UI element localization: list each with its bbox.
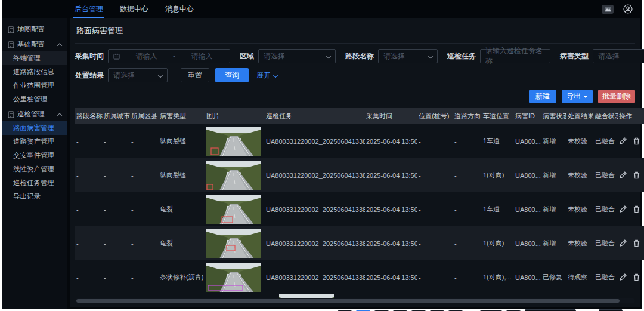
app-window: 后台管理 数据中心 消息中心 地图配置基础配置终端管理道路路段信息作业范围管理公… [2, 0, 642, 309]
tab-admin[interactable]: 后台管理 [66, 0, 112, 18]
road-photo-thumbnail[interactable] [206, 161, 261, 190]
cell-operations [618, 192, 644, 226]
cell-lane: 1(对向) [482, 226, 514, 260]
cell-lane: 1(对向) [482, 158, 514, 192]
reset-button[interactable]: 重置 [181, 68, 209, 82]
cell-direction: - [453, 226, 482, 260]
inspection-task-input[interactable]: 请输入巡检任务名称 [480, 49, 550, 63]
edit-icon[interactable] [619, 171, 627, 179]
collect-time-range-input[interactable]: 请输入 - 请输入 [108, 49, 230, 63]
sidebar-item-label: 线性资产管理 [13, 165, 54, 174]
user-avatar-icon[interactable] [622, 4, 634, 14]
cell-status: 新增 [541, 158, 566, 192]
scrollbar-thumb[interactable] [76, 299, 620, 303]
sidebar-item-base-config[interactable]: 基础配置 [2, 38, 67, 51]
road-photo-thumbnail[interactable] [279, 294, 334, 298]
filter-road-name: 路段名称 请选择 [345, 49, 438, 63]
cell-road-name: - [75, 124, 103, 158]
base-config-icon [8, 41, 14, 48]
cell-image [205, 158, 265, 192]
start-date-placeholder: 请输入 [123, 51, 169, 61]
delete-icon[interactable] [633, 205, 640, 213]
cell-county: - [130, 226, 159, 260]
cell-image [205, 260, 265, 294]
cell-county: - [130, 192, 159, 226]
cell-county: - [130, 260, 159, 294]
cell-road-name: - [75, 192, 103, 226]
tab-data-center[interactable]: 数据中心 [112, 0, 157, 18]
region-select[interactable]: 请选择 [258, 49, 336, 63]
sidebar-item-traffic-safety-event-mgmt[interactable]: 交安事件管理 [2, 149, 67, 162]
road-photo-thumbnail[interactable] [206, 127, 261, 156]
cell-stake: - [417, 226, 453, 260]
sidebar-item-linear-asset-mgmt[interactable]: 线性资产管理 [2, 162, 67, 176]
cell-city: - [103, 158, 130, 192]
cell-fusion: 已融合 [594, 226, 618, 260]
cell-city: - [103, 192, 130, 226]
sidebar-item-label: 巡检管理 [17, 110, 45, 119]
cell-image [205, 192, 265, 226]
cell-status: 新增 [541, 192, 566, 226]
create-button[interactable]: 新建 [529, 90, 556, 103]
cell-lane: 1(对向),... [482, 260, 514, 294]
cell-operations [618, 124, 644, 158]
sidebar-item-road-disease-mgmt[interactable]: 路面病害管理 [2, 121, 67, 135]
top-tabs: 后台管理 数据中心 消息中心 [66, 0, 202, 18]
chevron-up-icon [57, 113, 62, 118]
table-horizontal-scrollbar[interactable] [75, 298, 635, 303]
screenshot-image-icon[interactable] [602, 5, 614, 14]
road-name-select[interactable]: 请选择 [378, 49, 438, 63]
cell-disease-id: UA800... [514, 260, 541, 294]
chevron-down-icon [273, 73, 278, 78]
column-header-6: 采集时间 [365, 108, 417, 124]
tab-message-center[interactable]: 消息中心 [157, 0, 202, 18]
cell-task: UA800331220002_20250604133852059 [265, 226, 365, 260]
sidebar-item-terminal-mgmt[interactable]: 终端管理 [2, 51, 67, 65]
cell-disease-type: 纵向裂缝 [159, 124, 205, 158]
batch-delete-button[interactable]: 批量删除 [598, 90, 635, 103]
sidebar-item-work-scope-mgmt[interactable]: 作业范围管理 [2, 79, 67, 93]
expand-filters-link[interactable]: 展开 [256, 70, 277, 81]
sidebar-item-map-config[interactable]: 地图配置 [2, 23, 67, 36]
delete-icon[interactable] [633, 137, 640, 145]
road-photo-thumbnail[interactable] [206, 263, 261, 292]
table-header: 路段名称所属城市所属区县病害类型图片巡检任务采集时间位置(桩号)道路方向车道位置… [75, 108, 635, 124]
cell-city: - [103, 124, 130, 158]
cell-result: 未校验 [566, 124, 594, 158]
search-button[interactable]: 查询 [215, 68, 249, 82]
filter-disease-type: 病害类型 请选择 [560, 49, 644, 63]
sidebar: 地图配置基础配置终端管理道路路段信息作业范围管理公里桩管理巡检管理路面病害管理道… [2, 18, 67, 309]
edit-icon[interactable] [619, 273, 627, 281]
body-row: 地图配置基础配置终端管理道路路段信息作业范围管理公里桩管理巡检管理路面病害管理道… [2, 18, 642, 309]
pagination-bar: 共 12706 条123456···127110条/页前往1页 [75, 303, 635, 311]
road-photo-thumbnail[interactable] [206, 229, 261, 258]
cell-stake: - [417, 158, 453, 192]
sidebar-item-road-section-info[interactable]: 道路路段信息 [2, 65, 67, 79]
edit-icon[interactable] [619, 137, 627, 145]
cell-collect-time: 2025-06-04 13:50 [365, 158, 417, 192]
inspection-task-label: 巡检任务 [447, 51, 476, 61]
sidebar-item-road-asset-mgmt[interactable]: 道路资产管理 [2, 135, 67, 149]
cell-stake: - [417, 260, 453, 294]
cell-fusion: 已融合 [594, 124, 618, 158]
export-button[interactable]: 导出 [562, 90, 593, 103]
sidebar-item-inspection-mgmt[interactable]: 巡检管理 [2, 107, 67, 121]
sidebar-item-kilometer-post-mgmt[interactable]: 公里桩管理 [2, 93, 67, 106]
disposal-result-placeholder: 请选择 [113, 70, 135, 81]
road-photo-thumbnail[interactable] [206, 195, 261, 224]
sidebar-item-export-records[interactable]: 导出记录 [2, 190, 67, 204]
cell-task: UA800331220002_20250604133852059 [265, 158, 365, 192]
column-header-10: 病害ID [514, 108, 541, 124]
cell-collect-time: 2025-06-04 13:50 [365, 124, 417, 158]
disease-type-select[interactable]: 请选择 [593, 49, 644, 63]
cell-image [205, 124, 265, 158]
delete-icon[interactable] [633, 273, 640, 281]
edit-icon[interactable] [619, 239, 627, 247]
disposal-result-select[interactable]: 请选择 [108, 68, 168, 82]
delete-icon[interactable] [633, 171, 640, 179]
sidebar-item-inspection-task-mgmt[interactable]: 巡检任务管理 [2, 176, 67, 190]
cell-stake: - [417, 124, 453, 158]
edit-icon[interactable] [619, 205, 627, 213]
delete-icon[interactable] [633, 239, 640, 247]
road-name-placeholder: 请选择 [383, 51, 405, 61]
